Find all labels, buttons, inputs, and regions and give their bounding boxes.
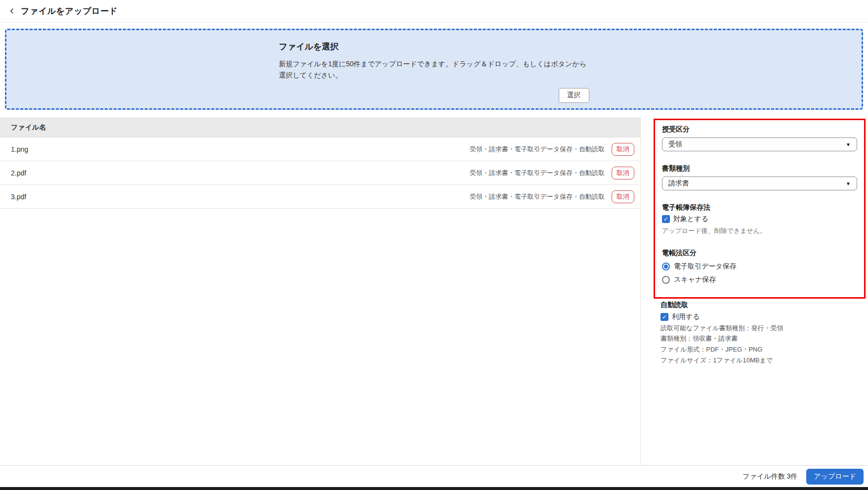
denshi-hozon-section: 電子帳簿保存法 ✓ 対象とする アップロード後、削除できません。	[662, 203, 857, 236]
dropzone-wrapper: ファイルを選択 新規ファイルを1度に50件までアップロードできます。ドラッグ＆ド…	[0, 23, 868, 118]
auto-read-checkbox-checked[interactable]: ✓	[661, 313, 668, 321]
handover-label: 授受区分	[662, 125, 857, 134]
radio-unselected-scanner[interactable]	[662, 276, 670, 284]
dencho-kubun-label: 電帳法区分	[662, 249, 857, 258]
chevron-down-icon: ▼	[846, 142, 851, 147]
doc-type-selected-value: 請求書	[668, 179, 846, 188]
file-tags: 受領・請求書・電子取引データ保存・自動読取	[469, 169, 605, 178]
dencho-option-label: 電子取引データ保存	[674, 262, 737, 271]
denshi-hozon-label: 電子帳簿保存法	[662, 203, 857, 212]
main-area: ファイル名 1.png 受領・請求書・電子取引データ保存・自動読取 取消 2.p…	[0, 118, 868, 465]
auto-read-note: 読取可能なファイル書類種別：発行・受領	[661, 324, 859, 333]
dencho-option-row: スキャナ保存	[662, 275, 857, 284]
cancel-button[interactable]: 取消	[612, 190, 634, 203]
file-tags: 受領・請求書・電子取引データ保存・自動読取	[469, 192, 605, 201]
doc-type-select[interactable]: 請求書 ▼	[662, 177, 857, 190]
file-dropzone[interactable]: ファイルを選択 新規ファイルを1度に50件までアップロードできます。ドラッグ＆ド…	[5, 29, 863, 110]
select-file-button[interactable]: 選択	[559, 88, 589, 103]
auto-read-notes: 読取可能なファイル書類種別：発行・受領 書類種別：領収書・請求書 ファイル形式：…	[661, 324, 859, 365]
file-table-header: ファイル名	[0, 118, 640, 137]
auto-read-note: ファイルサイズ：1ファイル10MBまで	[661, 356, 859, 365]
file-tags: 受領・請求書・電子取引データ保存・自動読取	[469, 145, 605, 154]
denshi-hozon-checkbox-checked[interactable]: ✓	[662, 215, 670, 223]
doc-type-label: 書類種別	[662, 164, 857, 173]
denshi-hozon-note: アップロード後、削除できません。	[662, 226, 857, 236]
file-name: 2.pdf	[11, 169, 469, 177]
cancel-button[interactable]: 取消	[612, 143, 634, 156]
radio-selected-electronic-data[interactable]	[662, 263, 670, 270]
auto-read-checkbox-label: 利用する	[672, 312, 700, 321]
back-icon[interactable]: ‹	[10, 4, 14, 16]
auto-read-section: 自動読取 ✓ 利用する 読取可能なファイル書類種別：発行・受領 書類種別：領収書…	[661, 301, 859, 365]
handover-section: 授受区分 受領 ▼	[662, 125, 857, 151]
table-row: 2.pdf 受領・請求書・電子取引データ保存・自動読取 取消	[0, 161, 640, 185]
page-header: ‹ ファイルをアップロード	[0, 0, 868, 23]
highlight-red-box: 授受区分 受領 ▼ 書類種別 請求書 ▼ 電子帳簿保存法	[654, 119, 866, 299]
cancel-button[interactable]: 取消	[612, 167, 634, 179]
auto-read-note: ファイル形式：PDF・JPEG・PNG	[661, 345, 859, 355]
dropzone-description: 新規ファイルを1度に50件までアップロードできます。ドラッグ＆ドロップ、もしくは…	[279, 58, 589, 81]
file-name: 3.pdf	[11, 193, 469, 201]
file-count-value: 3件	[787, 472, 798, 480]
doc-type-section: 書類種別 請求書 ▼	[662, 164, 857, 190]
dropzone-title: ファイルを選択	[279, 41, 589, 52]
upload-button[interactable]: アップロード	[806, 469, 864, 485]
file-count: ファイル件数 3件	[743, 472, 797, 481]
table-row: 3.pdf 受領・請求書・電子取引データ保存・自動読取 取消	[0, 185, 640, 209]
table-row: 1.png 受領・請求書・電子取引データ保存・自動読取 取消	[0, 137, 640, 161]
dencho-option-row: 電子取引データ保存	[662, 262, 857, 271]
file-count-label: ファイル件数	[743, 472, 785, 480]
auto-read-check-row: ✓ 利用する	[661, 312, 859, 321]
dencho-option-label: スキャナ保存	[674, 275, 716, 284]
file-list-column: ファイル名 1.png 受領・請求書・電子取引データ保存・自動読取 取消 2.p…	[0, 118, 641, 465]
file-name: 1.png	[11, 145, 469, 153]
auto-read-label: 自動読取	[661, 301, 859, 310]
handover-selected-value: 受領	[668, 140, 846, 149]
denshi-hozon-check-row: ✓ 対象とする	[662, 215, 857, 223]
window-bottom-edge	[0, 487, 868, 490]
dropzone-content: ファイルを選択 新規ファイルを1度に50件までアップロードできます。ドラッグ＆ド…	[279, 30, 589, 108]
auto-read-note: 書類種別：領収書・請求書	[661, 334, 859, 344]
handover-select[interactable]: 受領 ▼	[662, 137, 857, 151]
file-name-column-header: ファイル名	[11, 123, 46, 132]
denshi-hozon-checkbox-label: 対象とする	[673, 215, 708, 223]
dropzone-button-row: 選択	[279, 88, 589, 103]
page-title: ファイルをアップロード	[21, 5, 118, 17]
dencho-kubun-section: 電帳法区分 電子取引データ保存 スキャナ保存	[662, 249, 857, 284]
settings-column: 授受区分 受領 ▼ 書類種別 請求書 ▼ 電子帳簿保存法	[641, 118, 868, 465]
chevron-down-icon: ▼	[846, 181, 851, 186]
footer-bar: ファイル件数 3件 アップロード	[0, 465, 868, 487]
upload-page: ‹ ファイルをアップロード ファイルを選択 新規ファイルを1度に50件までアップ…	[0, 0, 868, 490]
